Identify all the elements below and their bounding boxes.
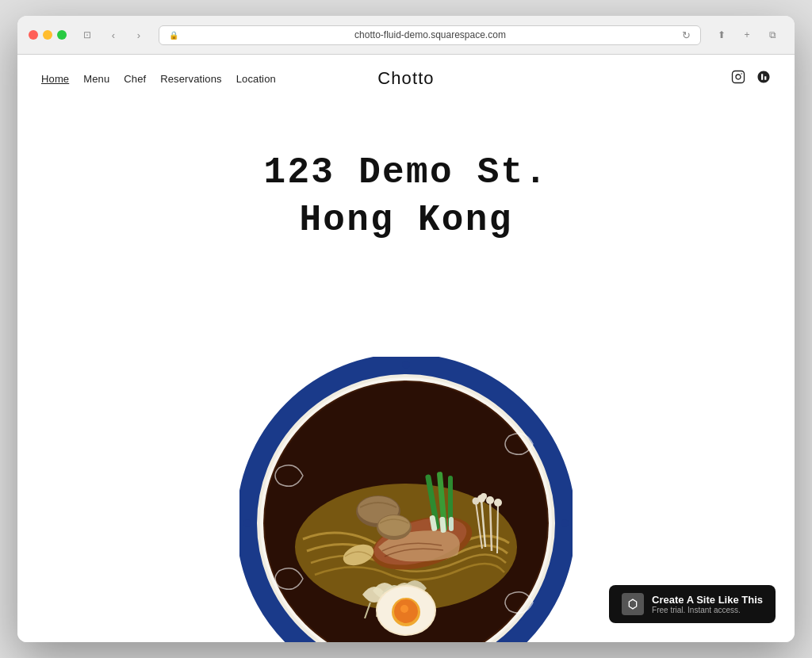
svg-point-2 bbox=[741, 73, 742, 75]
badge-main-text: Create A Site Like This bbox=[652, 594, 763, 606]
nav-location[interactable]: Location bbox=[236, 73, 276, 85]
svg-rect-0 bbox=[733, 71, 745, 82]
svg-point-28 bbox=[481, 493, 487, 499]
address-line-1: 123 Demo St. bbox=[17, 150, 795, 197]
svg-point-44 bbox=[561, 519, 569, 527]
nav-reservations[interactable]: Reservations bbox=[160, 73, 221, 85]
share-button[interactable]: ⬆ bbox=[710, 24, 733, 46]
fullscreen-button[interactable] bbox=[57, 30, 67, 40]
browser-navigation: ⊡ ‹ › bbox=[76, 24, 149, 46]
site-navigation: Home Menu Chef Reservations Location Cho… bbox=[17, 55, 795, 102]
back-button[interactable]: ‹ bbox=[103, 25, 124, 45]
tab-overview-button[interactable]: ⧉ bbox=[761, 24, 783, 46]
svg-line-22 bbox=[497, 503, 498, 553]
site-title: Chotto bbox=[377, 68, 434, 89]
main-content: 123 Demo St. Hong Kong bbox=[17, 102, 795, 642]
lock-icon: 🔒 bbox=[169, 31, 178, 40]
squarespace-icon bbox=[622, 593, 644, 615]
nav-links: Home Menu Chef Reservations Location bbox=[41, 73, 276, 85]
nav-home[interactable]: Home bbox=[41, 73, 69, 85]
svg-point-40 bbox=[400, 605, 408, 613]
sidebar-toggle-button[interactable]: ⊡ bbox=[76, 24, 98, 46]
nav-chef[interactable]: Chef bbox=[124, 73, 146, 85]
reload-button[interactable]: ↻ bbox=[682, 29, 691, 41]
instagram-icon[interactable] bbox=[731, 70, 745, 88]
svg-point-25 bbox=[486, 496, 494, 504]
social-links bbox=[731, 70, 771, 88]
traffic-lights bbox=[29, 30, 67, 40]
address-line-2: Hong Kong bbox=[17, 197, 795, 245]
browser-chrome: ⊡ ‹ › 🔒 chotto-fluid-demo.squarespace.co… bbox=[17, 16, 795, 55]
website-content: Home Menu Chef Reservations Location Cho… bbox=[17, 55, 795, 642]
svg-rect-34 bbox=[449, 517, 454, 531]
svg-point-1 bbox=[736, 75, 741, 79]
forward-button[interactable]: › bbox=[128, 25, 149, 45]
badge-sub-text: Free trial. Instant access. bbox=[652, 606, 763, 614]
new-tab-button[interactable]: + bbox=[736, 24, 758, 46]
browser-window: ⊡ ‹ › 🔒 chotto-fluid-demo.squarespace.co… bbox=[17, 16, 795, 642]
badge-text: Create A Site Like This Free trial. Inst… bbox=[652, 594, 763, 614]
address-bar[interactable]: 🔒 chotto-fluid-demo.squarespace.com ↻ bbox=[159, 25, 701, 45]
yelp-icon[interactable] bbox=[756, 70, 771, 88]
ramen-bowl-image bbox=[239, 357, 573, 642]
browser-actions: ⬆ + ⧉ bbox=[710, 24, 783, 46]
svg-point-41 bbox=[402, 361, 410, 369]
svg-point-27 bbox=[473, 498, 480, 505]
hero-address: 123 Demo St. Hong Kong bbox=[17, 102, 795, 269]
close-button[interactable] bbox=[29, 30, 38, 40]
svg-point-26 bbox=[494, 499, 502, 507]
svg-point-19 bbox=[378, 515, 410, 536]
create-site-badge[interactable]: Create A Site Like This Free trial. Inst… bbox=[609, 585, 776, 623]
url-text: chotto-fluid-demo.squarespace.com bbox=[183, 29, 677, 40]
minimize-button[interactable] bbox=[43, 30, 52, 40]
nav-menu[interactable]: Menu bbox=[83, 73, 109, 85]
svg-point-43 bbox=[243, 519, 251, 527]
